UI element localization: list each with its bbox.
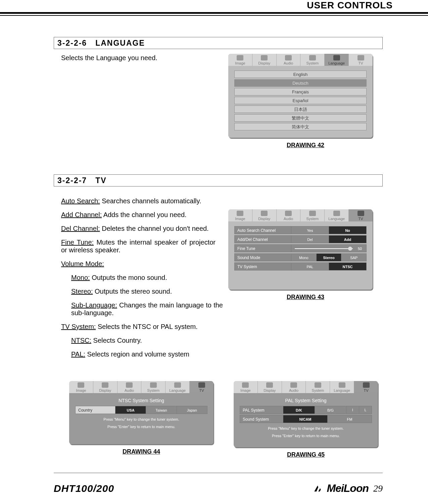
opt-no: No: [329, 226, 367, 234]
page-number: 29: [373, 483, 383, 494]
osd-tab-language: Language: [325, 209, 349, 221]
drawing-44-caption: DRAWING 44: [69, 448, 213, 455]
image-icon: [237, 211, 243, 216]
feature-ntsc: NTSC: Selects Country.: [71, 337, 223, 344]
osd-tab-image: Image: [234, 381, 258, 393]
model-number: DHT100/200: [54, 483, 114, 494]
osd-tab-display: Display: [252, 209, 277, 221]
tv-icon: [358, 211, 364, 216]
osd-tab-audio: Audio: [277, 54, 301, 66]
header-rule-thick: [0, 12, 428, 14]
row-add-del: Add/Del Channel Del Add: [234, 235, 367, 243]
tv-icon: [358, 55, 364, 60]
osd-tab-system: System: [300, 209, 325, 221]
section-heading-tv: 3-2-2-7 TV: [54, 174, 383, 186]
lang-option-japanese: 日本語: [234, 106, 367, 113]
language-description: Selects the Language you need.: [61, 54, 216, 62]
ntsc-title: NTSC System Setting: [75, 398, 207, 403]
opt-fm: FM: [328, 415, 372, 423]
system-icon: [309, 211, 316, 216]
osd-tab-audio: Audio: [277, 209, 301, 221]
osd-tab-image: Image: [69, 381, 93, 393]
osd-tab-display: Display: [258, 381, 282, 393]
opt-mono: Mono: [291, 253, 317, 261]
display-icon: [266, 382, 273, 388]
page-header: USER CONTROLS: [307, 0, 393, 11]
osd-tab-language: Language: [165, 381, 190, 393]
osd-tab-system: System: [300, 54, 325, 66]
image-icon: [78, 382, 84, 388]
opt-ntsc: NTSC: [329, 262, 367, 270]
osd-tv-panel: Image Display Audio System Language TV A…: [228, 209, 373, 290]
opt-nicam: NICAM: [283, 415, 328, 423]
drawing-45-caption: DRAWING 45: [234, 451, 378, 458]
audio-icon: [285, 211, 292, 216]
language-icon: [333, 211, 340, 216]
osd-tab-system: System: [141, 381, 165, 393]
audio-icon: [126, 382, 133, 388]
opt-del: Del: [291, 235, 329, 243]
row-sound-mode: Sound Mode Mono Stereo SAP: [234, 253, 367, 261]
tv-icon: [198, 382, 205, 388]
osd-tab-image: Image: [228, 54, 252, 66]
feature-mono: Mono: Outputs the mono sound.: [71, 274, 223, 282]
header-rule-thin: [0, 15, 428, 16]
footer-rule: [54, 473, 383, 473]
logo-mark-icon: [313, 484, 322, 493]
osd-tab-display: Display: [252, 54, 277, 66]
opt-stereo: Stereo: [317, 253, 342, 261]
drawing-43-caption: DRAWING 43: [228, 294, 383, 301]
feature-del-channel: Del Channel: Deletes the channel you don…: [61, 225, 216, 233]
opt-pal: PAL: [291, 262, 329, 270]
row-auto-search: Auto Search Channel Yes No: [234, 226, 367, 234]
osd-pal-panel: Image Display Audio System Language TV P…: [234, 381, 378, 447]
display-icon: [261, 211, 268, 216]
osd-tab-language: Language: [330, 381, 354, 393]
display-icon: [102, 382, 108, 388]
feature-auto-search: Auto Search: Searches channels automatic…: [61, 197, 216, 205]
audio-icon: [285, 55, 292, 60]
pal-hint2: Press "Enter" key to return to main menu…: [240, 434, 372, 438]
osd-tab-tv: TV: [190, 381, 213, 393]
feature-sub-language: Sub-Language: Changes the main language …: [71, 301, 223, 317]
pal-title: PAL System Setting: [240, 398, 372, 403]
feature-fine-tune: Fine Tune: Mutes the internal speaker of…: [61, 239, 216, 254]
opt-taiwan: Taiwan: [146, 406, 177, 414]
system-icon: [150, 382, 157, 388]
lang-option-francais: Français: [234, 88, 367, 95]
row-fine-tune: Fine Tune 50: [234, 244, 367, 252]
tv-icon: [363, 382, 370, 388]
fine-tune-value: 50: [355, 245, 365, 253]
feature-stereo: Stereo: Outputs the stereo sound.: [71, 288, 223, 295]
opt-yes: Yes: [291, 226, 329, 234]
feature-pal: PAL: Selects region and volume system: [71, 350, 223, 358]
feature-tv-system: TV System: Selects the NTSC or PAL syste…: [61, 323, 216, 331]
lang-option-deutsch: Deutsch: [234, 79, 367, 87]
osd-tab-tv: TV: [349, 54, 373, 66]
language-icon: [174, 382, 181, 388]
lang-option-trad-chinese: 繁體中文: [234, 114, 367, 122]
brand-logo: MeiLoon 29: [313, 482, 383, 495]
osd-tab-audio: Audio: [117, 381, 142, 393]
opt-bg: B/G: [315, 406, 346, 414]
row-country: Country USA Taiwan Japan: [75, 406, 207, 414]
row-sound-system: Sound System NICAM FM: [240, 415, 372, 423]
ntsc-hint1: Press "Menu" key to change the tuner sys…: [75, 417, 207, 421]
system-icon: [315, 382, 321, 388]
osd-tab-audio: Audio: [282, 381, 306, 393]
language-icon: [339, 382, 345, 388]
opt-l: L: [359, 406, 372, 414]
osd-language-panel: Image Display Audio System Language TV E…: [228, 54, 373, 138]
ntsc-hint2: Press "Enter" key to return to main menu…: [75, 425, 207, 429]
opt-usa: USA: [115, 406, 146, 414]
drawing-42-caption: DRAWING 42: [228, 142, 383, 149]
osd-tab-image: Image: [228, 209, 252, 221]
opt-i: I: [346, 406, 359, 414]
language-icon: [333, 55, 340, 60]
section-heading-language: 3-2-2-6 LANGUAGE: [54, 37, 383, 49]
image-icon: [242, 382, 249, 388]
opt-japan: Japan: [177, 406, 207, 414]
row-tv-system: TV System PAL NTSC: [234, 262, 367, 270]
osd-tab-display: Display: [93, 381, 117, 393]
display-icon: [261, 55, 268, 60]
